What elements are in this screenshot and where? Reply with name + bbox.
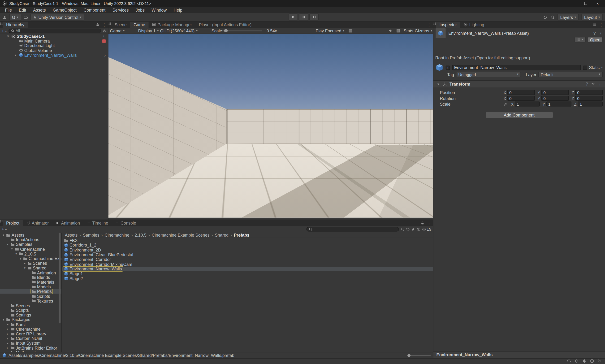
- position-x-field[interactable]: 0: [507, 90, 535, 95]
- menu-component[interactable]: Component: [80, 8, 109, 13]
- hierarchy-item-directional-light[interactable]: Directional Light: [0, 43, 108, 48]
- tab-grip[interactable]: [108, 22, 111, 25]
- foldout-arrow-icon[interactable]: ▸: [6, 323, 10, 326]
- display-dropdown[interactable]: Display 1▾: [138, 28, 159, 34]
- project-tree-item[interactable]: ▸Scenes: [0, 261, 62, 266]
- foldout-arrow-icon[interactable]: ▸: [6, 346, 10, 350]
- mute-audio-icon[interactable]: [388, 28, 393, 34]
- project-file-item[interactable]: Stage1: [62, 271, 433, 276]
- cloud-status-icon[interactable]: [567, 359, 571, 363]
- breadcrumb-item[interactable]: Cinemachine: [105, 233, 129, 237]
- foldout-arrow-icon[interactable]: ▸: [6, 341, 10, 345]
- scale-x-field[interactable]: 1: [515, 101, 540, 106]
- project-tree-item[interactable]: Scenes: [0, 303, 62, 308]
- properties-dropdown[interactable]: ▾: [575, 37, 586, 42]
- step-button[interactable]: [309, 13, 319, 20]
- metrics-icon[interactable]: [396, 28, 400, 34]
- create-add-button[interactable]: + ▾: [2, 227, 7, 231]
- hierarchy-item-main-camera[interactable]: Main Camera: [0, 39, 108, 43]
- layer-dropdown[interactable]: Default▾: [538, 72, 603, 77]
- presets-icon[interactable]: [591, 82, 595, 86]
- lock-icon[interactable]: [421, 221, 425, 225]
- tab-animation[interactable]: Animation: [52, 220, 83, 226]
- pause-button[interactable]: [299, 13, 308, 20]
- breadcrumb-item[interactable]: Cinemachine Example Scenes: [152, 233, 210, 237]
- tag-dropdown[interactable]: Untagged▾: [456, 72, 521, 77]
- foldout-arrow-icon[interactable]: ▸: [6, 327, 10, 331]
- tab-grip[interactable]: [0, 22, 3, 25]
- hierarchy-search-input[interactable]: All: [8, 28, 101, 33]
- layout-list-icon[interactable]: [593, 23, 596, 26]
- uniform-scale-link-icon[interactable]: [504, 102, 507, 106]
- project-tree-item[interactable]: ▸Core RP Library: [0, 331, 62, 336]
- project-file-item[interactable]: FBX: [62, 238, 433, 243]
- tab-project[interactable]: Project: [3, 220, 23, 226]
- menu-assets[interactable]: Assets: [29, 8, 49, 13]
- foldout-arrow-icon[interactable]: ▾: [10, 247, 14, 251]
- tab-grip[interactable]: [433, 22, 436, 25]
- undo-history-icon[interactable]: [543, 15, 548, 20]
- breadcrumb-item[interactable]: Samples: [83, 233, 100, 237]
- hierarchy-item-global-volume[interactable]: Global Volume: [0, 48, 108, 53]
- add-component-button[interactable]: Add Component: [485, 112, 553, 118]
- version-control-dropdown[interactable]: Unity Version Control ▾: [30, 14, 84, 21]
- project-tree-item[interactable]: ▸Cinemachine: [0, 327, 62, 331]
- inspector-menu-icon[interactable]: ⋮: [599, 31, 603, 35]
- static-checkbox[interactable]: [583, 65, 588, 70]
- menu-window[interactable]: Window: [148, 8, 170, 13]
- foldout-arrow-icon[interactable]: ▾: [18, 257, 22, 260]
- scale-slider[interactable]: [222, 28, 262, 34]
- progress-spinner-icon[interactable]: [598, 359, 602, 363]
- static-toggle[interactable]: Static ▾: [583, 65, 603, 70]
- transform-component-header[interactable]: ▼ Transform ? ⋮: [433, 80, 605, 88]
- project-tree-item[interactable]: Models: [0, 284, 62, 289]
- project-file-item[interactable]: Stage2: [62, 276, 433, 281]
- layers-dropdown[interactable]: Layers ▾: [557, 14, 579, 21]
- tab-grip[interactable]: [0, 220, 3, 224]
- project-tree-item[interactable]: ▸JetBrains Rider Editor: [0, 346, 62, 350]
- gameobject-name-field[interactable]: Environment_Narrow_Walls: [452, 65, 581, 70]
- tab-lighting[interactable]: Lighting: [460, 22, 488, 28]
- panel-menu-icon[interactable]: ⋮: [427, 23, 431, 27]
- scale-y-field[interactable]: 1: [546, 101, 571, 106]
- project-file-item[interactable]: Corridors_1_2: [62, 243, 433, 247]
- search-by-label-icon[interactable]: [406, 227, 410, 231]
- foldout-arrow-icon[interactable]: ▼: [437, 82, 440, 86]
- breadcrumb-item-current[interactable]: Prefabs: [234, 233, 249, 237]
- info-status-icon[interactable]: [590, 359, 594, 363]
- lock-icon[interactable]: [96, 23, 100, 26]
- position-z-field[interactable]: 0: [575, 90, 603, 95]
- project-tree-item[interactable]: ▸Mathematics: [0, 350, 62, 352]
- project-tree-item[interactable]: Prefabs: [0, 289, 62, 294]
- project-file-item[interactable]: Environment_CorridorMixingCam: [62, 262, 433, 267]
- project-tree-item[interactable]: Materials: [0, 280, 62, 284]
- breadcrumb-item[interactable]: Assets: [65, 233, 77, 237]
- foldout-arrow-icon[interactable]: ▾: [23, 266, 26, 270]
- project-tree-item[interactable]: ▾Cinemachine: [0, 247, 62, 251]
- close-button[interactable]: ×: [596, 1, 599, 6]
- hierarchy-scene-row[interactable]: ▼ StudyCase1-1 ⋮: [0, 34, 108, 39]
- rotation-z-field[interactable]: 0: [575, 96, 603, 101]
- account-icon[interactable]: [2, 15, 7, 20]
- refresh-status-icon[interactable]: [575, 359, 579, 363]
- breadcrumb-item[interactable]: Shared: [215, 233, 229, 237]
- panel-menu-icon[interactable]: ⋮: [599, 23, 603, 27]
- tab-hierarchy[interactable]: Hierarchy: [3, 22, 28, 28]
- tab-game[interactable]: Game: [130, 22, 149, 28]
- panel-menu-icon[interactable]: ⋮: [102, 23, 106, 27]
- resolution-dropdown[interactable]: QHD (2560x1440)▾: [160, 28, 198, 34]
- foldout-arrow-icon[interactable]: ▸: [6, 337, 10, 340]
- hierarchy-item-environment-narrow-walls[interactable]: ▸ Environment_Narrow_Walls ›: [0, 53, 108, 57]
- open-prefab-button[interactable]: Open: [588, 37, 603, 42]
- project-tree-item[interactable]: ▾Shared: [0, 266, 62, 270]
- project-file-item[interactable]: Environment_Corridor: [62, 257, 433, 262]
- save-search-icon[interactable]: [411, 227, 415, 231]
- search-icon[interactable]: [550, 15, 555, 20]
- foldout-arrow-icon[interactable]: ▾: [2, 233, 5, 237]
- position-y-field[interactable]: 0: [541, 90, 569, 95]
- project-tree-item[interactable]: ▾2.10.5: [0, 251, 62, 256]
- slider-knob[interactable]: [224, 29, 228, 32]
- maximize-button[interactable]: [584, 2, 587, 5]
- component-menu-icon[interactable]: ⋮: [598, 82, 602, 86]
- icon-size-slider[interactable]: [407, 355, 431, 355]
